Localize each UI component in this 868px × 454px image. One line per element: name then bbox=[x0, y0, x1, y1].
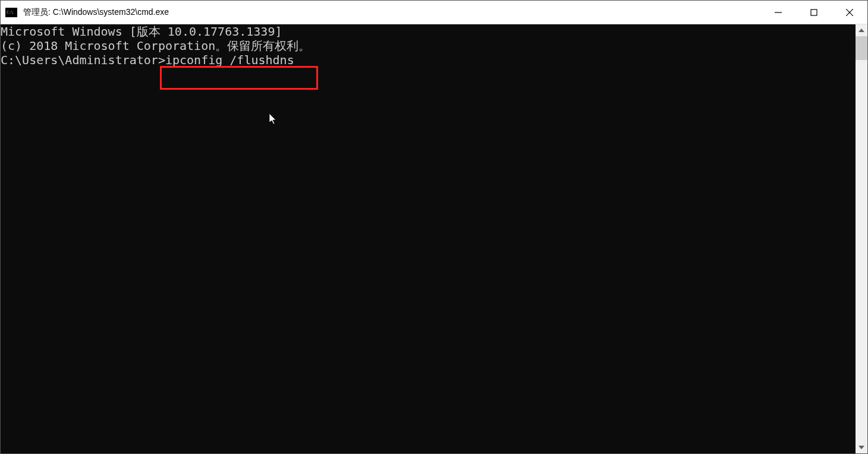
scrollbar-up-button[interactable] bbox=[856, 24, 867, 36]
prompt-text: C:\Users\Administrator> bbox=[1, 53, 165, 67]
command-highlight-box bbox=[160, 66, 318, 90]
terminal-area: Microsoft Windows [版本 10.0.17763.1339](c… bbox=[1, 24, 867, 453]
chevron-up-icon bbox=[858, 29, 864, 32]
cmd-window: C:\ 管理员: C:\Windows\system32\cmd.exe Mic… bbox=[0, 0, 868, 454]
terminal-content[interactable]: Microsoft Windows [版本 10.0.17763.1339](c… bbox=[1, 24, 856, 453]
version-line: Microsoft Windows [版本 10.0.17763.1339] bbox=[1, 24, 856, 39]
titlebar[interactable]: C:\ 管理员: C:\Windows\system32\cmd.exe bbox=[1, 1, 867, 24]
scrollbar-down-button[interactable] bbox=[856, 442, 867, 453]
window-title: 管理员: C:\Windows\system32\cmd.exe bbox=[23, 7, 760, 18]
command-text: ipconfig /flushdns bbox=[165, 53, 294, 67]
prompt-line: C:\Users\Administrator>ipconfig /flushdn… bbox=[1, 53, 856, 67]
svg-rect-1 bbox=[811, 10, 817, 15]
cmd-icon-text: C:\ bbox=[7, 10, 13, 15]
vertical-scrollbar[interactable] bbox=[856, 24, 867, 453]
maximize-button[interactable] bbox=[796, 1, 832, 24]
close-icon bbox=[846, 9, 853, 16]
close-button[interactable] bbox=[832, 1, 867, 24]
minimize-button[interactable] bbox=[760, 1, 796, 24]
copyright-line: (c) 2018 Microsoft Corporation。保留所有权利。 bbox=[1, 39, 856, 53]
minimize-icon bbox=[775, 9, 782, 16]
mouse-cursor-icon bbox=[269, 114, 278, 125]
chevron-down-icon bbox=[858, 446, 864, 449]
cmd-icon: C:\ bbox=[5, 8, 17, 17]
scrollbar-thumb[interactable] bbox=[856, 36, 867, 60]
maximize-icon bbox=[810, 9, 817, 16]
window-controls bbox=[760, 1, 867, 24]
